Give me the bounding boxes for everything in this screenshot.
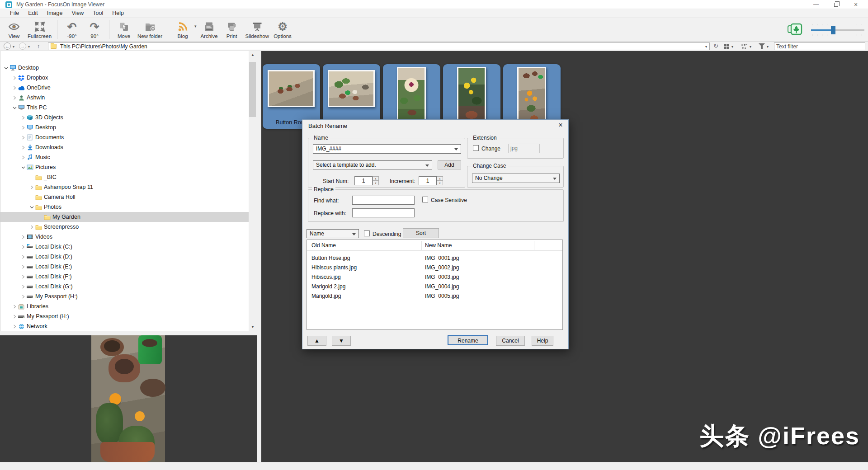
back-history-caret-icon[interactable]: ▾ [13,45,14,49]
tree-item-screenpresso[interactable]: Screenpresso [0,222,249,232]
expander-collapsed-icon[interactable] [20,155,26,160]
table-row[interactable]: Hibiscus plants.jpgIMG_0002.jpg [307,263,562,273]
menu-tool[interactable]: Tool [88,9,108,18]
tree-item-local-disk-f[interactable]: Local Disk (F:) [0,272,249,282]
increment-spinner[interactable]: 1 ▲▼ [419,176,443,185]
tree-item-my-passport-h[interactable]: My Passport (H:) [0,311,249,321]
menu-help[interactable]: Help [108,9,128,18]
tree-item-network[interactable]: Network [0,321,249,331]
dialog-title-bar[interactable]: Batch Rename × [302,120,568,132]
add-template-button[interactable]: Add [438,160,461,169]
rename-button[interactable]: Rename [448,335,488,345]
start-num-spinner[interactable]: 1 ▲▼ [354,176,379,185]
tree-item-bic[interactable]: _BIC [0,172,249,182]
tree-item-this-pc[interactable]: This PC [0,103,249,113]
expander-collapsed-icon[interactable] [20,284,26,289]
tree-item-desktop[interactable]: Desktop [0,122,249,132]
address-path-input[interactable]: This PC\Pictures\Photos\My Garden ▾ [48,42,710,50]
expander-collapsed-icon[interactable] [12,324,17,329]
template-combobox[interactable]: Select a template to add. [313,160,432,169]
table-row[interactable]: Marigold.jpgIMG_0005.jpg [307,291,562,301]
expander-expanded-icon[interactable] [20,164,26,170]
descending-checkbox[interactable] [364,230,370,236]
up-button[interactable]: ↑ [37,42,40,49]
expander-collapsed-icon[interactable] [20,294,26,299]
close-button[interactable]: × [847,0,864,9]
new-folder-button[interactable]: New folder [135,18,165,41]
pane-splitter[interactable] [257,51,261,462]
sort-order-caret-icon[interactable]: ▾ [750,45,751,49]
tree-item-3d-objects[interactable]: 3D Objects [0,113,249,122]
print-button[interactable]: Print [221,18,243,41]
fullscreen-button[interactable]: Fullscreen [25,18,54,41]
filter-caret-icon[interactable]: ▾ [767,45,769,49]
case-sensitive-checkbox[interactable] [422,197,428,202]
expander-expanded-icon[interactable] [12,105,17,110]
help-button[interactable]: Help [532,336,553,346]
tree-scrollbar[interactable]: ▲ ▼ [249,51,257,331]
expander-collapsed-icon[interactable] [12,85,17,90]
tree-item-local-disk-e[interactable]: Local Disk (E:) [0,262,249,272]
expander-collapsed-icon[interactable] [12,75,17,80]
filter-funnel-icon[interactable] [759,43,765,47]
table-row[interactable]: Marigold 2.jpgIMG_0004.jpg [307,282,562,291]
expander-collapsed-icon[interactable] [20,125,26,130]
expander-collapsed-icon[interactable] [12,304,17,309]
restore-button[interactable] [827,0,844,9]
move-button[interactable]: Move [113,18,135,41]
increment-value[interactable]: 1 [419,176,437,185]
new-name-header[interactable]: New Name [425,242,452,249]
expander-expanded-icon[interactable] [29,204,34,210]
archive-button[interactable]: Archive [198,18,221,41]
start-num-down-icon[interactable]: ▼ [373,181,379,185]
expander-collapsed-icon[interactable] [20,254,26,259]
tree-item-ashwin[interactable]: Ashwin [0,93,249,103]
tree-item-photos[interactable]: Photos [0,202,249,212]
sort-field-combobox[interactable]: Name [307,229,359,238]
forward-button[interactable]: → [19,42,26,50]
text-filter-input[interactable] [774,42,865,50]
table-row[interactable]: Hibiscus.jpgIMG_0003.jpg [307,273,562,282]
expander-collapsed-icon[interactable] [29,224,34,230]
start-num-up-icon[interactable]: ▲ [373,176,379,181]
menu-view[interactable]: View [67,9,88,18]
tree-item-desktop[interactable]: Desktop [0,63,249,73]
move-item-down-button[interactable]: ▼ [332,336,351,346]
sort-button[interactable]: Sort [403,228,439,238]
sort-order-icon[interactable] [741,44,747,49]
rotate-left-button[interactable]: ↶-90° [61,18,83,41]
view-mode-icon[interactable] [724,44,729,49]
expander-collapsed-icon[interactable] [20,234,26,240]
tree-item-videos[interactable]: Videos [0,232,249,242]
minimize-button[interactable]: — [807,0,825,9]
menu-image[interactable]: Image [42,9,67,18]
thumbnail-size-slider[interactable] [811,23,864,37]
view-mode-caret-icon[interactable]: ▾ [731,45,733,49]
tree-item-onedrive[interactable]: OneDrive [0,83,249,93]
dialog-close-button[interactable]: × [553,120,568,132]
slideshow-button[interactable]: Slideshow [243,18,271,41]
change-extension-checkbox[interactable] [473,145,479,151]
thumbnail-size-icon[interactable] [787,22,807,38]
blog-button[interactable]: Blog [171,18,194,41]
menu-file[interactable]: File [5,9,24,18]
scroll-thumb[interactable] [249,62,256,117]
tree-item-dropbox[interactable]: Dropbox [0,73,249,83]
tree-item-local-disk-c[interactable]: Local Disk (C:) [0,242,249,252]
menu-edit[interactable]: Edit [24,9,42,18]
replace-with-input[interactable] [352,208,415,217]
tree-item-my-passport-h[interactable]: My Passport (H:) [0,291,249,301]
view-button[interactable]: View [3,18,25,41]
tree-item-ashampoo-snap-11[interactable]: Ashampoo Snap 11 [0,182,249,192]
blog-dropdown-caret-icon[interactable]: ▾ [194,24,197,28]
expander-collapsed-icon[interactable] [12,314,17,319]
cancel-button[interactable]: Cancel [496,336,525,346]
tree-item-my-garden[interactable]: My Garden [0,212,249,222]
expander-collapsed-icon[interactable] [20,135,26,140]
find-what-input[interactable] [352,196,415,205]
tree-item-documents[interactable]: Documents [0,132,249,142]
options-button[interactable]: ⚙Options [271,18,294,41]
scroll-up-icon[interactable]: ▲ [249,51,257,59]
scroll-down-icon[interactable]: ▼ [249,323,257,331]
increment-up-icon[interactable]: ▲ [437,176,443,181]
